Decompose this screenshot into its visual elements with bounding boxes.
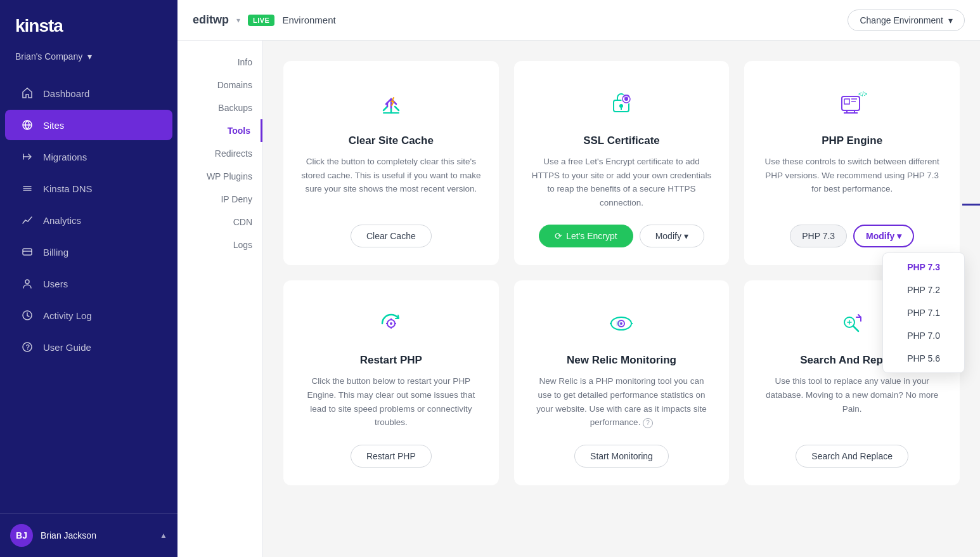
tool-card-ssl: SSL Certificate Use a free Let's Encrypt… — [514, 61, 730, 265]
change-env-arrow-icon: ▾ — [948, 15, 953, 25]
sidebar-item-label: Migrations — [43, 152, 87, 162]
user-name: Brian Jackson — [41, 530, 96, 541]
svg-text:</>: </> — [858, 91, 868, 98]
sidebar-item-analytics[interactable]: Analytics — [5, 205, 172, 235]
php-option-73[interactable]: PHP 7.3 — [883, 256, 964, 278]
sidebar-item-label: Billing — [43, 247, 68, 258]
sidebar-item-kinsta-dns[interactable]: Kinsta DNS — [5, 173, 172, 204]
lets-encrypt-button[interactable]: ⟳Let's Encrypt — [539, 225, 633, 247]
sidebar: kinsta Brian's Company ▾ Dashboard — [0, 0, 177, 557]
tools-grid: Clear Site Cache Click the button to com… — [283, 61, 960, 485]
sidebar-item-activity-log[interactable]: Activity Log — [5, 300, 172, 331]
main-nav: Dashboard Sites Migrations — [0, 72, 177, 513]
company-dropdown-icon: ▾ — [87, 51, 92, 62]
sec-nav-tools[interactable]: Tools — [177, 119, 262, 142]
content-area: Info Domains Backups Tools Redirects WP … — [177, 41, 980, 557]
modify-ssl-button[interactable]: Modify ▾ — [640, 225, 704, 247]
sidebar-item-billing[interactable]: Billing — [5, 237, 172, 267]
sec-nav-redirects[interactable]: Redirects — [177, 142, 262, 165]
svg-rect-3 — [23, 249, 32, 255]
tool-desc: Use a free Let's Encrypt certificate to … — [532, 155, 712, 209]
tool-desc: Use these controls to switch between dif… — [762, 155, 942, 209]
svg-point-25 — [390, 322, 392, 325]
sidebar-item-label: Kinsta DNS — [43, 183, 93, 194]
billing-icon — [20, 245, 34, 259]
php-version-badge: PHP 7.3 — [790, 225, 847, 247]
topbar: editwp ▾ LIVE Environment Change Environ… — [177, 0, 980, 41]
sidebar-item-label: Activity Log — [43, 310, 92, 321]
avatar: BJ — [10, 524, 33, 547]
user-info: BJ Brian Jackson — [10, 524, 96, 547]
site-name: editwp — [193, 13, 229, 27]
restart-php-button[interactable]: Restart PHP — [351, 445, 432, 468]
home-icon — [20, 86, 34, 100]
tool-desc: Use this tool to replace any value in yo… — [762, 374, 942, 429]
sidebar-item-user-guide[interactable]: ? User Guide — [5, 332, 172, 362]
user-footer[interactable]: BJ Brian Jackson ▲ — [0, 513, 177, 557]
tool-card-php: </> PHP Engine Use these controls to swi… — [744, 61, 960, 265]
tool-title: New Relic Monitoring — [567, 354, 676, 367]
analytics-icon — [20, 213, 34, 227]
php-option-72[interactable]: PHP 7.2 — [883, 278, 964, 301]
sidebar-item-migrations[interactable]: Migrations — [5, 141, 172, 172]
tools-content: Clear Site Cache Click the button to com… — [263, 41, 980, 557]
sec-nav-info[interactable]: Info — [177, 51, 262, 74]
users-icon — [20, 277, 34, 291]
tool-desc: New Relic is a PHP monitoring tool you c… — [532, 374, 712, 429]
ssl-btn-group: ⟳Let's Encrypt Modify ▾ — [539, 225, 704, 247]
arrow-indicator — [962, 200, 980, 209]
svg-point-15 — [624, 97, 628, 101]
tool-title: Restart PHP — [360, 354, 422, 367]
svg-rect-35 — [616, 321, 621, 326]
sidebar-item-label: Sites — [43, 120, 64, 131]
start-monitoring-button[interactable]: Start Monitoring — [574, 445, 669, 468]
svg-line-37 — [853, 326, 858, 331]
clear-cache-button[interactable]: Clear Cache — [351, 225, 432, 247]
topbar-left: editwp ▾ LIVE Environment — [193, 13, 336, 27]
php-option-56[interactable]: PHP 5.6 — [883, 347, 964, 370]
tool-card-restart-php: Restart PHP Click the button below to re… — [283, 280, 499, 485]
secondary-nav: Info Domains Backups Tools Redirects WP … — [177, 41, 263, 557]
site-dropdown-icon[interactable]: ▾ — [236, 16, 240, 25]
environment-label: Environment — [282, 15, 335, 25]
sidebar-item-label: User Guide — [43, 342, 91, 353]
sec-nav-backups[interactable]: Backups — [177, 96, 262, 119]
tool-card-clear-cache: Clear Site Cache Click the button to com… — [283, 61, 499, 265]
svg-text:?: ? — [26, 343, 30, 351]
search-replace-icon — [832, 303, 872, 344]
search-and-replace-button[interactable]: Search And Replace — [796, 445, 908, 468]
php-option-70[interactable]: PHP 7.0 — [883, 324, 964, 347]
company-name: Brian's Company — [15, 51, 82, 62]
tool-title: Clear Site Cache — [349, 134, 434, 147]
sec-nav-ip-deny[interactable]: IP Deny — [177, 188, 262, 211]
migrations-icon — [20, 150, 34, 164]
modify-php-button[interactable]: Modify ▾ — [853, 225, 914, 247]
ssl-icon — [601, 84, 642, 124]
sec-nav-cdn[interactable]: CDN — [177, 211, 262, 233]
sidebar-item-dashboard[interactable]: Dashboard — [5, 78, 172, 108]
sidebar-item-sites[interactable]: Sites — [5, 110, 172, 140]
php-btn-group: PHP 7.3 Modify ▾ PHP 7.3 PHP 7.2 PHP 7.1… — [790, 225, 914, 247]
tool-card-new-relic: New Relic Monitoring New Relic is a PHP … — [514, 280, 730, 485]
sec-nav-domains[interactable]: Domains — [177, 74, 262, 96]
svg-point-11 — [619, 104, 623, 108]
change-env-label: Change Environment — [860, 15, 943, 25]
user-menu-icon: ▲ — [160, 531, 167, 540]
tool-desc: Click the button to completely clear thi… — [301, 155, 481, 209]
activity-icon — [20, 308, 34, 322]
live-badge: LIVE — [248, 15, 274, 26]
dns-icon — [20, 181, 34, 195]
svg-point-5 — [25, 280, 29, 284]
sec-nav-wp-plugins[interactable]: WP Plugins — [177, 165, 262, 188]
clear-cache-icon — [371, 84, 411, 124]
php-option-71[interactable]: PHP 7.1 — [883, 301, 964, 324]
logo: kinsta — [15, 15, 162, 40]
tool-desc: Click the button below to restart your P… — [301, 374, 481, 429]
sec-nav-logs[interactable]: Logs — [177, 233, 262, 256]
guide-icon: ? — [20, 340, 34, 354]
change-environment-button[interactable]: Change Environment ▾ — [848, 10, 965, 31]
php-icon: </> — [832, 84, 872, 124]
sidebar-item-users[interactable]: Users — [5, 268, 172, 299]
company-selector[interactable]: Brian's Company ▾ — [0, 48, 177, 72]
logo-container: kinsta — [0, 0, 177, 48]
